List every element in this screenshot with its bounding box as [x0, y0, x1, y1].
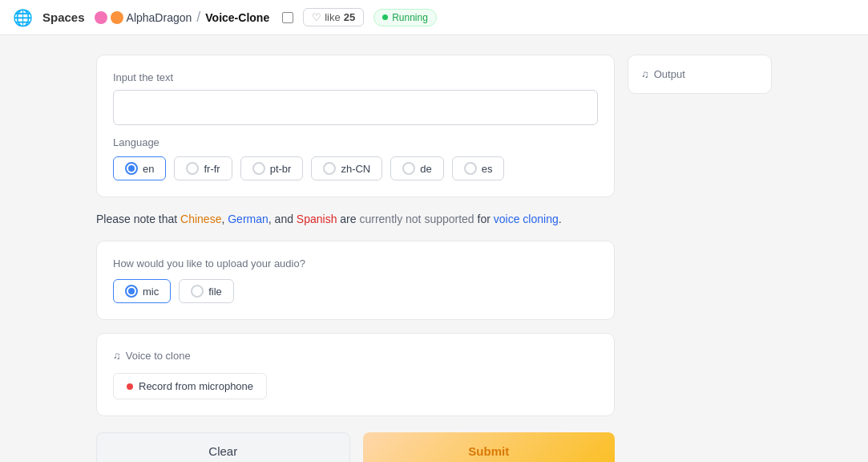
upload-label-mic: mic	[143, 286, 159, 298]
language-label-zh-CN: zh-CN	[341, 163, 370, 175]
record-button[interactable]: Record from microphone	[113, 373, 267, 399]
upload-card: How would you like to upload your audio?…	[96, 241, 615, 320]
like-count: 25	[344, 11, 355, 23]
radio-circle-upload-file	[191, 285, 204, 298]
output-label: Output	[654, 68, 685, 80]
separator: /	[196, 9, 200, 26]
brand-dot-pink	[95, 11, 107, 24]
button-row: Clear Submit	[96, 432, 615, 462]
language-label-pt-br: pt-br	[270, 163, 292, 175]
upload-radio-group: micfile	[113, 279, 598, 303]
spanish-text: Spanish	[297, 213, 337, 225]
like-button[interactable]: ♡ like 25	[303, 8, 364, 26]
upload-question: How would you like to upload your audio?	[113, 257, 598, 270]
output-music-icon: ♫	[641, 68, 649, 80]
radio-circle-upload-mic	[125, 285, 138, 298]
language-option-es[interactable]: es	[452, 156, 505, 180]
output-panel-title: ♫ Output	[641, 68, 758, 80]
spaces-logo: 🌐	[13, 8, 33, 27]
like-label: like	[325, 11, 341, 23]
german-text: German	[228, 213, 268, 225]
main-content: Input the text Language enfr-frpt-brzh-C…	[0, 35, 868, 462]
radio-circle-en	[125, 162, 138, 175]
language-label-es: es	[482, 163, 493, 175]
duplicate-icon[interactable]	[282, 12, 293, 23]
language-label-en: en	[143, 163, 154, 175]
language-label-fr-fr: fr-fr	[204, 163, 220, 175]
brand-name[interactable]: AlphaDragon	[127, 11, 192, 24]
navbar: 🌐 Spaces AlphaDragon / Voice-Clone ♡ lik…	[0, 0, 868, 35]
status-label: Running	[392, 12, 428, 23]
submit-button[interactable]: Submit	[363, 432, 616, 462]
radio-circle-zh-CN	[323, 162, 336, 175]
form-area: Input the text Language enfr-frpt-brzh-C…	[96, 55, 615, 462]
language-radio-group: enfr-frpt-brzh-CNdees	[113, 156, 598, 180]
radio-circle-pt-br	[252, 162, 265, 175]
not-supported-text: currently not supported	[359, 213, 474, 225]
input-text-label: Input the text	[113, 71, 598, 83]
language-option-de[interactable]: de	[390, 156, 443, 180]
upload-option-mic[interactable]: mic	[113, 279, 171, 303]
brand-section: AlphaDragon / Voice-Clone	[95, 9, 270, 26]
status-badge: Running	[373, 9, 437, 26]
radio-circle-fr-fr	[186, 162, 199, 175]
radio-circle-es	[464, 162, 477, 175]
clear-button[interactable]: Clear	[96, 432, 350, 462]
input-text-card: Input the text Language enfr-frpt-brzh-C…	[96, 55, 615, 197]
record-dot-icon	[127, 383, 133, 390]
music-icon: ♫	[113, 350, 121, 362]
notice-text: Please note that Chinese, German, and Sp…	[96, 210, 615, 228]
upload-label-file: file	[208, 286, 222, 298]
input-text-field[interactable]	[113, 90, 598, 125]
language-option-pt-br[interactable]: pt-br	[240, 156, 304, 180]
output-panel: ♫ Output	[628, 55, 772, 94]
language-label: Language	[113, 136, 598, 148]
voice-to-clone-label: Voice to clone	[126, 350, 191, 362]
language-option-zh-CN[interactable]: zh-CN	[311, 156, 382, 180]
radio-circle-de	[402, 162, 415, 175]
upload-option-file[interactable]: file	[179, 279, 234, 303]
heart-icon: ♡	[312, 11, 321, 23]
language-option-fr-fr[interactable]: fr-fr	[174, 156, 232, 180]
spaces-label[interactable]: Spaces	[42, 10, 85, 24]
voice-to-clone-card: ♫ Voice to clone Record from microphone	[96, 333, 615, 416]
repo-name[interactable]: Voice-Clone	[205, 11, 269, 24]
language-label-de: de	[420, 163, 431, 175]
voice-card-header: ♫ Voice to clone	[113, 350, 598, 362]
status-dot	[382, 14, 388, 20]
voice-cloning-text: voice cloning	[494, 213, 559, 225]
chinese-text: Chinese	[180, 213, 221, 225]
brand-dot-orange	[111, 11, 123, 24]
language-option-en[interactable]: en	[113, 156, 166, 180]
record-button-label: Record from microphone	[139, 380, 253, 392]
